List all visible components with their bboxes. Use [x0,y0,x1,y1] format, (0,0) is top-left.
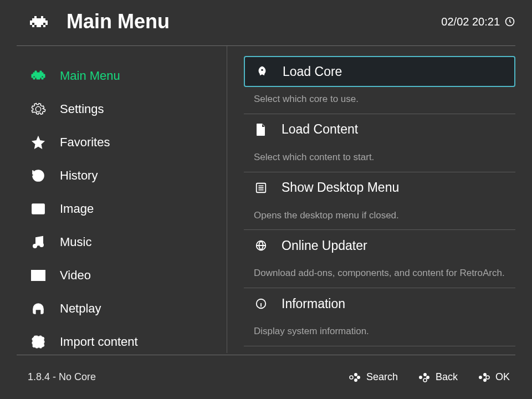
music-icon [30,235,47,249]
menu-entry-desc: Select which content to start. [244,145,515,164]
clock-icon [504,16,515,27]
footer-status: 1.8.4 - No Core [17,371,96,383]
header: Main Menu 02/02 20:21 [17,0,515,46]
sidebar-item-video[interactable]: Video [30,259,227,292]
svg-point-22 [486,376,489,379]
sidebar-item-label: Main Menu [60,69,120,83]
footer-button-ok[interactable]: OK [477,371,510,384]
menu-entry-label: Show Desktop Menu [282,180,399,195]
menu-entry-desc: Display system information. [244,319,515,338]
video-icon [30,269,47,282]
menu-entry-show-desktop-menu[interactable]: Show Desktop Menu Opens the desktop menu… [244,172,515,231]
list-icon [254,182,268,194]
footer-button-label: OK [495,371,510,383]
sidebar-item-history[interactable]: History [30,159,227,192]
svg-point-19 [479,376,482,378]
invader-icon [30,70,47,82]
main-area: Main Menu Settings Favorites History Ima [0,46,532,353]
menu-entry-label: Information [282,296,345,311]
menu-entry-desc: Opens the desktop menu if closed. [244,203,515,222]
gear-icon [30,101,47,117]
nav-dots-icon [477,371,490,384]
app-logo-icon [27,14,51,29]
svg-point-4 [40,243,43,247]
footer: 1.8.4 - No Core Search Back OK [17,355,515,399]
sidebar-item-label: Netplay [60,301,101,316]
menu-entry-desc: Select which core to use. [244,87,515,106]
footer-button-back[interactable]: Back [417,371,458,384]
info-icon [254,298,268,310]
sidebar-item-label: Settings [60,102,104,116]
svg-point-18 [427,376,429,378]
svg-point-20 [484,373,486,375]
svg-point-17 [423,378,427,382]
svg-point-2 [35,207,37,209]
header-clock: 02/02 20:21 [441,16,515,28]
footer-button-search[interactable]: Search [347,371,398,384]
menu-entry-load-core[interactable]: Load Core Select which core to use. [244,56,515,114]
datetime-text: 02/02 20:21 [441,16,500,28]
sidebar-item-label: Image [60,202,94,216]
sidebar-item-image[interactable]: Image [30,192,227,226]
svg-point-15 [420,376,422,378]
globe-icon [254,239,268,252]
svg-point-16 [424,373,426,375]
sidebar-item-netplay[interactable]: Netplay [30,292,227,325]
add-box-icon [30,334,47,350]
star-icon [30,135,47,150]
menu-entry-label: Load Content [282,122,358,137]
svg-point-14 [357,376,360,378]
menu-entry-load-content[interactable]: Load Content Select which content to sta… [244,114,515,172]
sidebar-item-music[interactable]: Music [30,226,227,259]
sidebar-item-settings[interactable]: Settings [30,93,227,126]
sidebar: Main Menu Settings Favorites History Ima [0,46,227,353]
page-title: Main Menu [66,10,170,33]
svg-point-11 [350,376,353,379]
sidebar-item-label: Import content [60,335,138,349]
svg-point-21 [484,378,486,381]
svg-point-3 [33,244,37,248]
sidebar-item-import-content[interactable]: Import content [30,325,227,359]
history-icon [30,168,47,183]
file-icon [254,123,268,136]
sidebar-item-label: Music [60,235,91,249]
sidebar-item-favorites[interactable]: Favorites [30,126,227,159]
sidebar-item-label: Favorites [60,135,110,150]
header-left: Main Menu [27,10,170,33]
image-icon [30,203,47,215]
menu-entry-label: Online Updater [282,238,367,253]
svg-point-13 [355,378,357,381]
menu-entry-label: Load Core [283,64,342,79]
nav-dots-icon [417,371,430,384]
menu-entry-desc: Download add-ons, components, and conten… [244,261,515,280]
rocket-icon [255,65,269,78]
sidebar-item-main-menu[interactable]: Main Menu [30,59,227,93]
svg-point-12 [355,373,357,375]
footer-button-label: Back [436,371,458,383]
menu-entry-online-updater[interactable]: Online Updater Download add-ons, compone… [244,230,515,288]
menu-entry-configuration-file[interactable]: Configuration File [244,346,515,353]
menu-entry-information[interactable]: Information Display system information. [244,288,515,346]
headset-icon [30,301,47,316]
content-list: Load Core Select which core to use. Load… [227,46,532,353]
sidebar-item-label: Video [60,268,91,283]
nav-dots-icon [347,371,361,384]
footer-button-label: Search [366,371,398,383]
sidebar-item-label: History [60,168,98,183]
footer-buttons: Search Back OK [347,371,515,384]
